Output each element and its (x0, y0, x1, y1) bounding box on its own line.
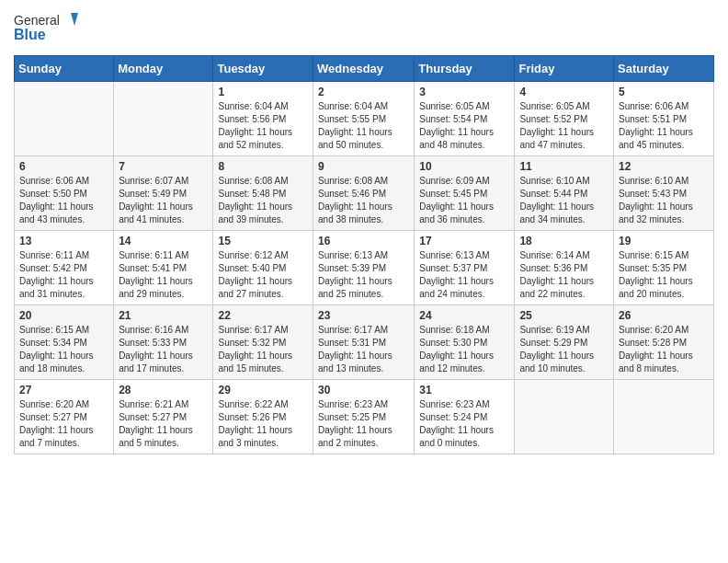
calendar-cell: 19Sunrise: 6:15 AMSunset: 5:35 PMDayligh… (614, 231, 714, 305)
header: General Blue (14, 9, 714, 46)
day-info: Sunrise: 6:20 AMSunset: 5:27 PMDaylight:… (19, 398, 108, 450)
day-info: Sunrise: 6:08 AMSunset: 5:48 PMDaylight:… (218, 175, 308, 226)
calendar-cell: 16Sunrise: 6:13 AMSunset: 5:39 PMDayligh… (313, 231, 415, 305)
day-number: 17 (419, 235, 509, 247)
day-info: Sunrise: 6:04 AMSunset: 5:56 PMDaylight:… (218, 100, 308, 152)
day-info: Sunrise: 6:12 AMSunset: 5:40 PMDaylight:… (218, 249, 308, 301)
calendar-header-wednesday: Wednesday (313, 56, 415, 82)
calendar-week-2: 6Sunrise: 6:06 AMSunset: 5:50 PMDaylight… (15, 156, 714, 231)
day-number: 14 (119, 235, 208, 247)
day-number: 23 (318, 309, 409, 322)
logo: General Blue (14, 9, 78, 46)
calendar-cell (15, 82, 114, 156)
day-info: Sunrise: 6:15 AMSunset: 5:34 PMDaylight:… (19, 324, 108, 375)
calendar-cell: 24Sunrise: 6:18 AMSunset: 5:30 PMDayligh… (415, 305, 515, 380)
calendar-cell: 28Sunrise: 6:21 AMSunset: 5:27 PMDayligh… (114, 380, 213, 454)
day-number: 7 (119, 160, 208, 173)
day-number: 2 (318, 86, 409, 98)
day-number: 20 (19, 309, 108, 322)
day-number: 10 (419, 160, 509, 173)
calendar-cell: 15Sunrise: 6:12 AMSunset: 5:40 PMDayligh… (213, 231, 313, 305)
day-info: Sunrise: 6:11 AMSunset: 5:42 PMDaylight:… (19, 249, 108, 301)
day-info: Sunrise: 6:05 AMSunset: 5:54 PMDaylight:… (419, 100, 509, 152)
calendar-week-1: 1Sunrise: 6:04 AMSunset: 5:56 PMDaylight… (15, 82, 714, 156)
day-info: Sunrise: 6:21 AMSunset: 5:27 PMDaylight:… (119, 398, 208, 450)
day-info: Sunrise: 6:19 AMSunset: 5:29 PMDaylight:… (519, 324, 609, 375)
calendar-week-3: 13Sunrise: 6:11 AMSunset: 5:42 PMDayligh… (15, 231, 714, 305)
day-info: Sunrise: 6:17 AMSunset: 5:31 PMDaylight:… (318, 324, 409, 375)
calendar-week-4: 20Sunrise: 6:15 AMSunset: 5:34 PMDayligh… (15, 305, 714, 380)
day-info: Sunrise: 6:23 AMSunset: 5:25 PMDaylight:… (318, 398, 409, 450)
calendar-cell: 10Sunrise: 6:09 AMSunset: 5:45 PMDayligh… (415, 156, 515, 231)
day-number: 3 (419, 86, 509, 98)
day-info: Sunrise: 6:05 AMSunset: 5:52 PMDaylight:… (519, 100, 609, 152)
calendar-cell: 20Sunrise: 6:15 AMSunset: 5:34 PMDayligh… (15, 305, 114, 380)
calendar-header-saturday: Saturday (614, 56, 714, 82)
calendar-cell: 9Sunrise: 6:08 AMSunset: 5:46 PMDaylight… (313, 156, 415, 231)
day-number: 21 (119, 309, 208, 322)
calendar-cell: 26Sunrise: 6:20 AMSunset: 5:28 PMDayligh… (614, 305, 714, 380)
calendar-cell: 2Sunrise: 6:04 AMSunset: 5:55 PMDaylight… (313, 82, 415, 156)
svg-text:General: General (14, 13, 60, 28)
calendar-cell: 5Sunrise: 6:06 AMSunset: 5:51 PMDaylight… (614, 82, 714, 156)
calendar-cell: 27Sunrise: 6:20 AMSunset: 5:27 PMDayligh… (15, 380, 114, 454)
day-info: Sunrise: 6:16 AMSunset: 5:33 PMDaylight:… (119, 324, 208, 375)
day-number: 28 (119, 384, 208, 396)
calendar-cell (515, 380, 614, 454)
calendar-cell (114, 82, 213, 156)
day-number: 26 (619, 309, 709, 322)
svg-text:Blue: Blue (14, 27, 46, 42)
calendar-header-row: SundayMondayTuesdayWednesdayThursdayFrid… (15, 56, 714, 82)
calendar-cell: 13Sunrise: 6:11 AMSunset: 5:42 PMDayligh… (15, 231, 114, 305)
day-info: Sunrise: 6:06 AMSunset: 5:50 PMDaylight:… (19, 175, 108, 226)
calendar-cell: 6Sunrise: 6:06 AMSunset: 5:50 PMDaylight… (15, 156, 114, 231)
calendar-header-tuesday: Tuesday (213, 56, 313, 82)
calendar-cell: 29Sunrise: 6:22 AMSunset: 5:26 PMDayligh… (213, 380, 313, 454)
day-info: Sunrise: 6:07 AMSunset: 5:49 PMDaylight:… (119, 175, 208, 226)
day-number: 31 (419, 384, 509, 396)
calendar-cell: 31Sunrise: 6:23 AMSunset: 5:24 PMDayligh… (415, 380, 515, 454)
calendar-cell: 22Sunrise: 6:17 AMSunset: 5:32 PMDayligh… (213, 305, 313, 380)
calendar-header-sunday: Sunday (15, 56, 114, 82)
calendar-cell: 12Sunrise: 6:10 AMSunset: 5:43 PMDayligh… (614, 156, 714, 231)
day-info: Sunrise: 6:22 AMSunset: 5:26 PMDaylight:… (218, 398, 308, 450)
day-info: Sunrise: 6:13 AMSunset: 5:37 PMDaylight:… (419, 249, 509, 301)
calendar-cell: 7Sunrise: 6:07 AMSunset: 5:49 PMDaylight… (114, 156, 213, 231)
day-info: Sunrise: 6:08 AMSunset: 5:46 PMDaylight:… (318, 175, 409, 226)
calendar-cell: 23Sunrise: 6:17 AMSunset: 5:31 PMDayligh… (313, 305, 415, 380)
calendar-cell: 17Sunrise: 6:13 AMSunset: 5:37 PMDayligh… (415, 231, 515, 305)
calendar-cell: 14Sunrise: 6:11 AMSunset: 5:41 PMDayligh… (114, 231, 213, 305)
calendar-cell: 21Sunrise: 6:16 AMSunset: 5:33 PMDayligh… (114, 305, 213, 380)
day-info: Sunrise: 6:23 AMSunset: 5:24 PMDaylight:… (419, 398, 509, 450)
logo-svg: General Blue (14, 9, 78, 46)
day-info: Sunrise: 6:14 AMSunset: 5:36 PMDaylight:… (519, 249, 609, 301)
day-info: Sunrise: 6:10 AMSunset: 5:44 PMDaylight:… (519, 175, 609, 226)
calendar-cell: 30Sunrise: 6:23 AMSunset: 5:25 PMDayligh… (313, 380, 415, 454)
day-number: 29 (218, 384, 308, 396)
day-number: 9 (318, 160, 409, 173)
day-info: Sunrise: 6:13 AMSunset: 5:39 PMDaylight:… (318, 249, 409, 301)
calendar-cell (614, 380, 714, 454)
calendar-week-5: 27Sunrise: 6:20 AMSunset: 5:27 PMDayligh… (15, 380, 714, 454)
day-number: 24 (419, 309, 509, 322)
day-number: 27 (19, 384, 108, 396)
calendar-header-thursday: Thursday (415, 56, 515, 82)
calendar-header-monday: Monday (114, 56, 213, 82)
day-info: Sunrise: 6:18 AMSunset: 5:30 PMDaylight:… (419, 324, 509, 375)
day-number: 13 (19, 235, 108, 247)
day-info: Sunrise: 6:20 AMSunset: 5:28 PMDaylight:… (619, 324, 709, 375)
day-number: 18 (519, 235, 609, 247)
day-number: 12 (619, 160, 709, 173)
calendar-cell: 11Sunrise: 6:10 AMSunset: 5:44 PMDayligh… (515, 156, 614, 231)
day-number: 15 (218, 235, 308, 247)
day-number: 4 (519, 86, 609, 98)
day-info: Sunrise: 6:10 AMSunset: 5:43 PMDaylight:… (619, 175, 709, 226)
day-number: 19 (619, 235, 709, 247)
svg-marker-2 (71, 13, 78, 26)
day-info: Sunrise: 6:11 AMSunset: 5:41 PMDaylight:… (119, 249, 208, 301)
day-number: 25 (519, 309, 609, 322)
day-info: Sunrise: 6:04 AMSunset: 5:55 PMDaylight:… (318, 100, 409, 152)
calendar-cell: 18Sunrise: 6:14 AMSunset: 5:36 PMDayligh… (515, 231, 614, 305)
day-number: 30 (318, 384, 409, 396)
day-number: 8 (218, 160, 308, 173)
